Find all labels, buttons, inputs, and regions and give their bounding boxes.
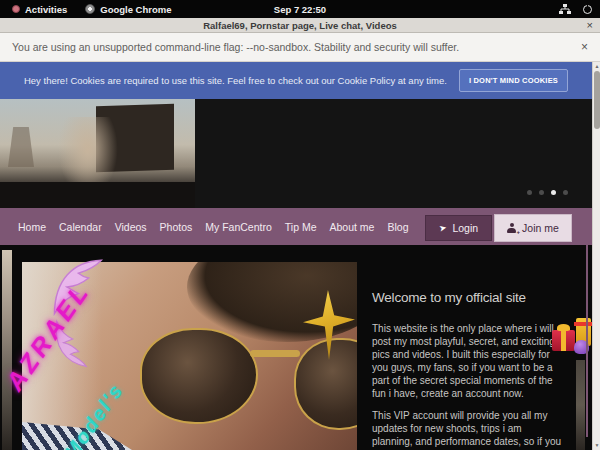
sunglasses-bridge-shape [250,350,300,357]
welcome-section: Welcome to my official site This website… [372,245,564,450]
nav-item-fancentro[interactable]: My FanCentro [205,221,272,233]
content-right-border [586,245,588,437]
page-viewport: Hey there! Cookies are required to use t… [0,62,600,450]
header-banner [0,99,592,208]
power-icon[interactable] [583,5,592,14]
nav-item-calendar[interactable]: Calendar [59,221,102,233]
join-label: Join me [522,222,559,234]
chrome-infobar: You are using an unsupported command-lin… [0,33,600,62]
desktop-screen: Activities Google Chrome Sep 7 22:50 Ral… [0,0,600,450]
nav-item-blog[interactable]: Blog [387,221,408,233]
slider-dot-4[interactable] [563,190,568,195]
scrollbar-thumb[interactable] [594,71,600,129]
nav-item-videos[interactable]: Videos [115,221,147,233]
gnome-top-bar: Activities Google Chrome Sep 7 22:50 [0,0,600,18]
nav-item-aboutme[interactable]: About me [330,221,375,233]
paper-plane-icon: ➤ [438,222,447,233]
clock[interactable]: Sep 7 22:50 [0,4,600,15]
slider-dot-1[interactable] [527,190,532,195]
cookie-message: Hey there! Cookies are required to use t… [24,75,447,86]
login-button[interactable]: ➤ Login [425,215,492,241]
photo-couch-shape [0,182,195,208]
scroll-up-arrow[interactable]: ▲ [593,62,600,71]
photo-background-shape [22,262,102,450]
slider-dot-2[interactable] [539,190,544,195]
infobar-message: You are using an unsupported command-lin… [0,41,459,53]
sunglasses-lens-shape [140,328,258,424]
window-titlebar[interactable]: Ralfael69, Pornstar page, Live chat, Vid… [0,18,600,33]
right-edge-sliver [576,360,585,450]
nav-item-photos[interactable]: Photos [160,221,193,233]
profile-photo-placeholder[interactable] [22,262,357,450]
main-content: AZRAEL Model's Welcome to my official si… [0,245,592,450]
login-label: Login [452,222,478,234]
gift-box-icon [552,330,575,351]
window-title: Ralfael69, Pornstar page, Live chat, Vid… [203,20,397,31]
site-navbar: Home Calendar Videos Photos My FanCentro… [0,208,592,245]
slider-dot-3-active[interactable] [551,190,556,195]
header-photo-placeholder[interactable] [0,99,195,208]
scroll-down-arrow[interactable]: ▼ [593,441,600,450]
network-tree-icon[interactable] [559,4,571,14]
person-plus-icon: + [507,223,516,233]
welcome-heading: Welcome to my official site [372,290,564,305]
nav-item-tipme[interactable]: Tip Me [285,221,317,233]
slider-dots [527,190,568,195]
infobar-close-icon[interactable]: × [581,40,588,54]
previous-slide-sliver [2,250,12,450]
welcome-paragraph-2: This VIP account will provide you all my… [372,409,564,450]
photo-lamp-shape [8,127,34,167]
cookie-banner: Hey there! Cookies are required to use t… [0,62,592,99]
welcome-paragraph-1: This website is the only place where i w… [372,322,564,400]
accept-cookies-button[interactable]: I DON'T MIND COOKIES [459,69,568,92]
nav-links: Home Calendar Videos Photos My FanCentro… [18,208,408,245]
window-close-icon[interactable]: × [587,18,593,33]
sunglasses-lens-shape [294,338,357,430]
nav-item-home[interactable]: Home [18,221,46,233]
page-scrollbar[interactable]: ▲ ▼ [592,62,600,450]
join-me-button[interactable]: + Join me [494,214,572,242]
